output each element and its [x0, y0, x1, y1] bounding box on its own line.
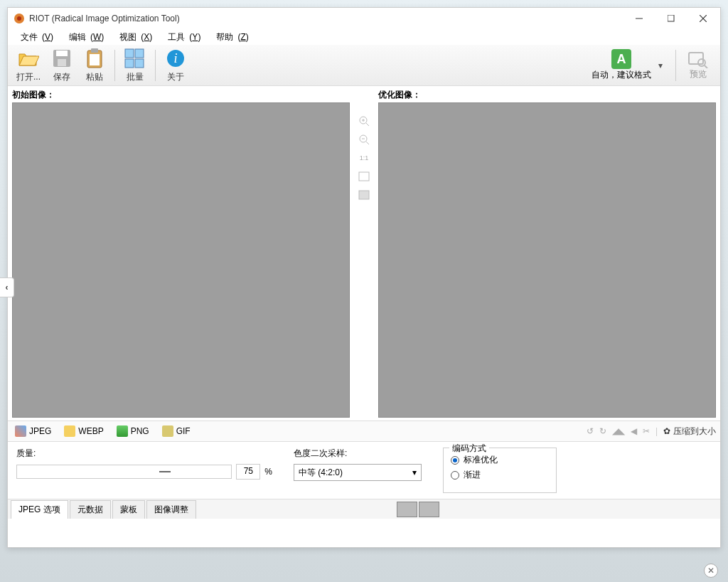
paste-button[interactable]: 粘贴: [79, 46, 110, 85]
maximize-button[interactable]: [655, 9, 687, 28]
menubar: 文件(V) 编辑(W) 视图(X) 工具(Y) 帮助(Z): [8, 29, 720, 45]
rotate-cw-icon[interactable]: ↻: [599, 426, 606, 436]
chroma-select[interactable]: 中等 (4:2:0) ▾: [294, 464, 422, 481]
format-tab-webp[interactable]: WEBP: [61, 424, 106, 438]
encoding-legend: 编码方式: [449, 443, 489, 455]
svg-rect-2: [668, 15, 674, 21]
preview-label: 预览: [690, 68, 707, 80]
chroma-block: 色度二次采样: 中等 (4:2:0) ▾: [294, 448, 422, 493]
gif-icon: [162, 425, 173, 437]
format-tab-jpeg[interactable]: JPEG: [12, 424, 54, 438]
flip-h-icon[interactable]: ◢◣: [612, 426, 625, 436]
svg-rect-4: [56, 51, 68, 56]
original-canvas[interactable]: [12, 102, 350, 418]
quality-value[interactable]: 75: [236, 464, 260, 480]
svg-rect-11: [125, 59, 134, 68]
side-expand-button[interactable]: ‹: [0, 277, 14, 297]
open-label: 打开...: [16, 71, 41, 83]
transform-icons: ↺ ↻ ◢◣ ◀ ✂ | ✿ 压缩到大小: [587, 425, 716, 438]
preview-button[interactable]: 预览: [680, 48, 716, 82]
quality-slider[interactable]: [16, 465, 232, 479]
fit-window-icon[interactable]: [358, 189, 370, 201]
quality-block: 质量: 75 %: [16, 448, 272, 493]
batch-label: 批量: [127, 71, 144, 83]
svg-rect-10: [135, 49, 144, 58]
separator: [675, 50, 676, 81]
open-button[interactable]: 打开...: [12, 46, 45, 85]
zoom-in-icon[interactable]: [358, 115, 370, 127]
slider-thumb[interactable]: [159, 471, 171, 472]
chroma-label: 色度二次采样:: [294, 448, 422, 460]
tab-metadata[interactable]: 元数据: [70, 500, 111, 519]
menu-edit[interactable]: 编辑(W): [60, 30, 108, 45]
overlay-close-button[interactable]: ✕: [704, 564, 718, 578]
menu-help[interactable]: 帮助(Z): [208, 30, 252, 45]
batch-button[interactable]: 批量: [119, 46, 151, 85]
quality-percent: %: [264, 467, 272, 477]
gear-icon: ✿: [663, 426, 670, 436]
tab-jpeg-options[interactable]: JPEG 选项: [11, 500, 68, 519]
format-tabs: JPEG WEBP PNG GIF ↺ ↻ ◢◣ ◀ ✂ | ✿ 压缩到大小: [8, 420, 720, 442]
app-window: RIOT (Radical Image Optimization Tool) 文…: [7, 7, 721, 548]
format-tab-gif[interactable]: GIF: [159, 424, 193, 438]
floppy-icon: [50, 47, 73, 70]
menu-tools[interactable]: 工具(Y): [159, 30, 205, 45]
auto-format-button[interactable]: A 自动，建议格式 ▾: [587, 48, 671, 83]
svg-rect-7: [91, 48, 98, 53]
svg-rect-9: [125, 49, 134, 58]
close-button[interactable]: [687, 9, 719, 28]
zoom-1to1-button[interactable]: 1:1: [358, 152, 370, 164]
tab-image-adjust[interactable]: 图像调整: [146, 500, 196, 519]
format-tab-png[interactable]: PNG: [114, 424, 152, 438]
chevron-down-icon[interactable]: ▾: [654, 60, 667, 70]
minimize-button[interactable]: [623, 9, 655, 28]
svg-line-23: [366, 142, 369, 144]
app-icon: [14, 13, 25, 24]
auto-format-label: 自动，建议格式: [592, 69, 651, 81]
original-panel: 初始图像：: [8, 86, 354, 420]
fit-screen-icon[interactable]: [358, 170, 370, 183]
flip-v-icon[interactable]: ◀: [631, 426, 637, 436]
radio-icon: [451, 471, 459, 480]
png-icon: [117, 425, 128, 437]
radio-standard[interactable]: 标准优化: [451, 454, 549, 466]
tab-mask[interactable]: 蒙板: [112, 500, 145, 519]
folder-open-icon: [17, 47, 40, 70]
clipboard-icon: [83, 47, 106, 70]
svg-rect-12: [135, 59, 144, 68]
compress-to-size-button[interactable]: ✿ 压缩到大小: [663, 425, 716, 438]
zoom-out-icon[interactable]: [358, 133, 370, 146]
about-label: 关于: [167, 71, 184, 83]
save-button[interactable]: 保存: [46, 46, 77, 85]
rotate-ccw-icon[interactable]: ↺: [587, 426, 594, 436]
about-button[interactable]: i 关于: [160, 46, 191, 85]
svg-point-16: [698, 59, 705, 66]
optimized-canvas[interactable]: [378, 102, 716, 418]
svg-rect-25: [359, 172, 369, 181]
bottom-tabs: JPEG 选项 元数据 蒙板 图像调整: [8, 499, 720, 519]
info-icon: i: [164, 47, 187, 70]
menu-file[interactable]: 文件(V): [12, 30, 58, 45]
menu-view[interactable]: 视图(X): [111, 30, 156, 45]
radio-progressive[interactable]: 渐进: [451, 469, 549, 481]
separator: [155, 50, 156, 81]
svg-point-1: [17, 16, 21, 21]
svg-rect-26: [359, 191, 369, 199]
paste-label: 粘贴: [86, 71, 103, 83]
close-icon: ✕: [707, 566, 714, 576]
svg-line-19: [366, 123, 369, 126]
radio-icon: [451, 456, 459, 465]
optimized-label: 优化图像：: [378, 89, 716, 101]
crop-icon[interactable]: ✂: [643, 426, 650, 436]
batch-icon: [124, 47, 146, 70]
jpeg-icon: [15, 425, 26, 437]
optimized-panel: 优化图像：: [374, 86, 720, 420]
settings-panel: 质量: 75 % 色度二次采样: 中等 (4:2:0) ▾ 编码方式 标准优化: [8, 442, 720, 499]
separator: [114, 50, 115, 81]
zoom-tools: 1:1: [354, 86, 374, 420]
thumbnail-strip[interactable]: [397, 502, 439, 517]
magnifier-icon: [687, 50, 709, 68]
svg-rect-15: [689, 53, 703, 64]
chevron-down-icon: ▾: [412, 467, 417, 477]
titlebar: RIOT (Radical Image Optimization Tool): [8, 8, 720, 29]
